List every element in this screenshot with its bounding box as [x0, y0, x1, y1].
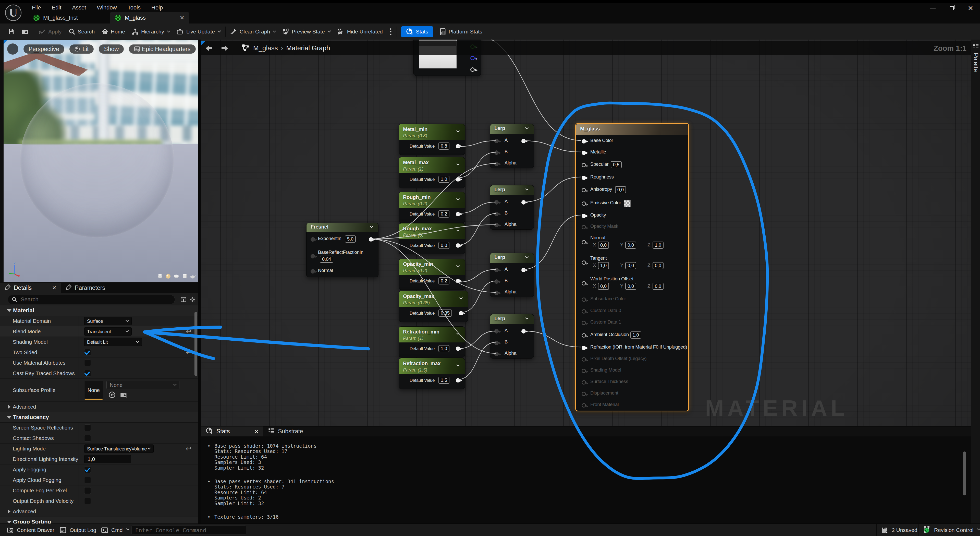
stats-tab-stats[interactable]: Stats✕ — [201, 426, 263, 436]
palette-sidebar-tab[interactable]: Palette — [971, 40, 980, 523]
preview-viewport[interactable]: ≡PerspectiveLitShowEpic Headquarters Z X — [3, 40, 198, 282]
node-param-opacity_min[interactable]: Opacity_minParam (0.2)Default Value0,2 — [399, 259, 465, 290]
panel-splitter[interactable] — [198, 40, 201, 523]
minimize-button[interactable] — [923, 3, 942, 13]
result-input-pin[interactable] — [582, 309, 586, 314]
node-lerp-opacity[interactable]: LerpABAlpha — [490, 253, 534, 297]
subsurface-profile-thumbnail[interactable]: None — [84, 381, 103, 400]
param-output-pin[interactable] — [456, 212, 460, 216]
lerp-input-pin-b[interactable] — [494, 212, 499, 216]
output-log-button[interactable]: Output Log — [59, 524, 96, 536]
details-scrollbar[interactable] — [194, 312, 197, 376]
param-output-pin[interactable] — [456, 144, 460, 148]
viewport-show-button[interactable]: Show — [99, 45, 124, 54]
cmd-selector[interactable]: Cmd — [101, 524, 129, 536]
param-output-pin[interactable] — [456, 243, 460, 248]
display-filter-icon[interactable] — [180, 296, 187, 304]
browse-button[interactable] — [18, 26, 32, 38]
param-output-pin[interactable] — [456, 346, 460, 351]
asset-tab-m_glass[interactable]: M_glass✕ — [110, 12, 189, 24]
result-input-pin[interactable] — [582, 139, 586, 144]
restore-button[interactable] — [942, 3, 961, 13]
default-value-box[interactable]: 1,0 — [438, 176, 449, 183]
default-value-box[interactable]: 0,2 — [438, 277, 449, 284]
checkbox-screen-space-reflections[interactable] — [84, 424, 91, 431]
default-value-box[interactable]: 0,8 — [438, 142, 449, 150]
section-header-translucency[interactable]: Translucency — [0, 412, 198, 423]
reset-to-default-icon[interactable]: ↩ — [186, 349, 191, 356]
menu-asset[interactable]: Asset — [67, 4, 91, 11]
content-drawer-button[interactable]: Content Drawer — [6, 524, 54, 536]
details-search-input[interactable]: Search — [8, 295, 175, 305]
result-input-pin[interactable] — [582, 281, 586, 286]
result-value-box[interactable]: 0,0 — [615, 186, 626, 193]
shape-sphere-button[interactable] — [165, 273, 172, 280]
home-button[interactable]: Home — [98, 26, 128, 38]
menu-file[interactable]: File — [27, 4, 46, 11]
checkbox-output-depth-and-velocity[interactable] — [84, 498, 91, 504]
default-value-box[interactable]: 1,5 — [438, 376, 449, 384]
fresnel-input-pin-exponentin[interactable] — [310, 237, 315, 242]
result-input-pin[interactable] — [582, 225, 586, 229]
node-m-glass-result[interactable]: M_glassBase ColorMetallicSpecular0,5Roug… — [575, 123, 689, 412]
fresnel-value-box[interactable]: 5,0 — [345, 235, 356, 242]
checkbox-contact-shadows[interactable] — [84, 435, 91, 442]
checkbox-apply-cloud-fogging[interactable] — [84, 477, 91, 483]
result-input-pin[interactable] — [582, 392, 586, 396]
search-button[interactable]: Search — [65, 26, 98, 38]
result-input-pin[interactable] — [582, 240, 586, 244]
section-header-group-sorting[interactable]: Group Sorting — [0, 517, 198, 523]
node-lerp-metallic[interactable]: LerpABAlpha — [490, 124, 534, 168]
menu-tools[interactable]: Tools — [122, 4, 146, 11]
console-command-input[interactable]: Enter Console Command — [131, 525, 246, 535]
lerp-output-pin[interactable] — [522, 329, 526, 333]
menu-edit[interactable]: Edit — [46, 4, 67, 11]
vector-value-box[interactable]: 0,0 — [625, 262, 636, 269]
shape-plane-button[interactable] — [173, 273, 180, 280]
lerp-input-pin-b[interactable] — [494, 279, 499, 284]
checkbox-use-material-attributes[interactable] — [84, 359, 91, 366]
viewport-lit-button[interactable]: Lit — [69, 45, 94, 54]
node-fresnel[interactable]: FresnelExponentIn5,0BaseReflectFractionI… — [306, 223, 379, 277]
subsurface-profile-dropdown[interactable]: None — [107, 381, 180, 389]
stats-tab-substrate[interactable]: Substrate — [263, 426, 307, 436]
vector-value-box[interactable]: 0,0 — [625, 242, 636, 249]
lerp-input-pin-a[interactable] — [494, 200, 499, 204]
apply-button[interactable]: Apply — [35, 26, 65, 38]
vector-value-box[interactable]: 0,0 — [652, 283, 663, 290]
more-options-button[interactable] — [386, 26, 395, 38]
lerp-input-pin-a[interactable] — [494, 268, 499, 272]
result-input-pin[interactable] — [582, 369, 586, 373]
menu-window[interactable]: Window — [91, 4, 122, 11]
tab-close-icon[interactable]: ✕ — [254, 429, 259, 435]
result-value-box[interactable]: 1,0 — [630, 332, 641, 338]
lerp-output-pin[interactable] — [522, 268, 526, 272]
vector-value-box[interactable]: 1,0 — [598, 262, 609, 269]
preview-state-button[interactable]: Preview State — [279, 26, 334, 38]
result-value-box[interactable]: 0,5 — [611, 161, 622, 168]
unsaved-assets-button[interactable]: 2 Unsaved — [881, 524, 917, 536]
advanced-row[interactable]: Advanced — [0, 402, 198, 412]
result-input-pin[interactable] — [582, 201, 586, 206]
clean-graph-button[interactable]: Clean Graph — [227, 26, 279, 38]
param-output-pin[interactable] — [456, 177, 460, 182]
nav-forward-icon[interactable] — [217, 45, 233, 51]
vector-value-box[interactable]: 0,0 — [652, 262, 663, 269]
node-lerp-roughness[interactable]: LerpABAlpha — [490, 185, 534, 230]
emissive-color-swatch[interactable] — [624, 200, 631, 207]
viewport-perspective-button[interactable]: Perspective — [24, 45, 64, 54]
default-value-box[interactable]: 0,2 — [438, 211, 449, 218]
details-tab-details[interactable]: Details✕ — [0, 283, 61, 293]
reset-to-default-icon[interactable]: ↩ — [186, 445, 191, 453]
settings-gear-icon[interactable] — [189, 296, 196, 304]
stats-button[interactable]: Stats — [401, 26, 433, 37]
node-lerp-refraction[interactable]: LerpABAlpha — [490, 314, 534, 359]
shape-teapot-button[interactable] — [189, 273, 196, 280]
result-input-pin[interactable] — [582, 297, 586, 302]
checkbox-apply-fogging[interactable] — [84, 466, 91, 473]
vector-value-box[interactable]: 1,0 — [652, 242, 663, 249]
checkbox-compute-fog-per-pixel[interactable] — [84, 487, 91, 494]
node-param-metal_max[interactable]: Metal_maxParam (1)Default Value1,0 — [399, 157, 465, 188]
param-output-pin[interactable] — [456, 378, 460, 383]
close-button[interactable]: ✕ — [961, 3, 980, 13]
